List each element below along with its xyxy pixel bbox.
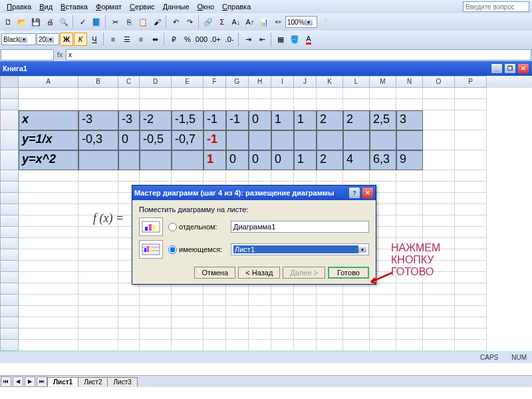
copy-icon[interactable]: ⎘ [122,15,136,29]
cell[interactable] [423,130,455,150]
cell[interactable] [226,283,249,295]
cell[interactable] [294,283,317,295]
data-cell[interactable] [343,130,370,150]
data-cell[interactable] [294,130,317,150]
data-cell[interactable]: 1 [271,110,294,130]
menu-Данные[interactable]: Данные [159,1,194,12]
data-cell[interactable] [370,130,396,150]
cell[interactable] [78,227,118,238]
data-cell[interactable]: 0 [249,150,271,170]
drawing-icon[interactable]: ✏ [271,15,285,29]
cell[interactable] [423,283,455,295]
cell[interactable] [455,170,487,182]
cell[interactable] [78,249,118,261]
cell[interactable] [19,238,78,249]
cell[interactable] [423,88,455,99]
cell[interactable] [370,170,396,182]
dialog-close-button[interactable]: ✕ [362,187,374,199]
cell[interactable] [226,99,249,110]
cell[interactable] [423,110,455,130]
cell[interactable] [396,295,423,306]
cell[interactable] [19,272,78,283]
row-header[interactable] [0,150,19,170]
redo-icon[interactable]: ↷ [183,15,196,29]
cell[interactable] [172,329,203,340]
row-header[interactable] [0,238,19,249]
col-header-P[interactable]: P [455,76,487,88]
row-header[interactable] [0,272,19,283]
cell[interactable] [271,306,294,317]
help-question-input[interactable] [463,1,529,12]
cut-icon[interactable]: ✂ [108,15,122,29]
cell[interactable] [455,110,487,130]
cell[interactable] [226,88,249,99]
col-header-G[interactable]: G [226,76,249,88]
cell[interactable] [203,99,226,110]
cell[interactable] [396,317,423,329]
sort-asc-icon[interactable]: A↓ [229,15,243,29]
cell[interactable] [172,283,203,295]
dialog-help-button[interactable]: ? [348,187,360,199]
cell[interactable] [343,329,370,340]
cell[interactable] [396,340,423,351]
cell[interactable] [271,99,294,110]
open-icon[interactable]: 📂 [15,15,29,29]
cell[interactable] [19,215,78,227]
formatpainter-icon[interactable]: 🖌 [150,15,164,29]
cell[interactable] [343,283,370,295]
cell[interactable] [19,329,78,340]
cell[interactable] [249,295,271,306]
cell[interactable] [271,317,294,329]
data-cell[interactable]: 2 [343,110,370,130]
row-header[interactable] [0,215,19,227]
sheet-tab-Лист1[interactable]: Лист1 [47,377,78,386]
cell[interactable] [396,227,423,238]
cell[interactable] [343,317,370,329]
cell[interactable] [118,329,140,340]
sum-icon[interactable]: Σ [215,15,229,29]
col-header-I[interactable]: I [271,76,294,88]
fx-icon[interactable]: fx [55,51,65,59]
data-cell[interactable]: -3 [78,110,118,130]
cell[interactable] [455,261,487,272]
tab-nav-first[interactable]: ⏮ [1,376,11,387]
cell[interactable] [455,249,487,261]
cell[interactable] [271,340,294,351]
cell[interactable] [317,329,343,340]
cell[interactable] [78,295,118,306]
cell[interactable] [140,283,172,295]
align-center-icon[interactable]: ☰ [120,33,134,46]
row-header[interactable] [0,130,19,150]
cell[interactable] [294,306,317,317]
cell[interactable] [203,329,226,340]
cell[interactable] [455,204,487,215]
cell[interactable] [370,88,396,99]
cell[interactable] [423,99,455,110]
cell[interactable] [78,340,118,351]
data-cell[interactable]: 0 [118,130,140,150]
tab-nav-last[interactable]: ⏭ [37,376,47,387]
cell[interactable] [203,295,226,306]
cell[interactable] [172,99,203,110]
menu-Справка[interactable]: Справка [218,1,255,12]
cell[interactable] [118,88,140,99]
cell[interactable] [78,170,118,182]
col-header-O[interactable]: O [423,76,455,88]
cell[interactable] [78,261,118,272]
tab-nav-prev[interactable]: ◀ [13,376,23,387]
row-header[interactable] [0,329,19,340]
cell[interactable] [343,170,370,182]
cell[interactable] [396,204,423,215]
cell[interactable] [271,295,294,306]
col-header-E[interactable]: E [172,76,203,88]
cell[interactable] [423,215,455,227]
cell[interactable] [172,295,203,306]
row-header[interactable] [0,204,19,215]
cell[interactable] [423,329,455,340]
cell[interactable] [455,306,487,317]
cell[interactable] [423,204,455,215]
cell[interactable] [396,329,423,340]
cell[interactable] [172,306,203,317]
sheet-tab-Лист3[interactable]: Лист3 [107,377,137,386]
cell[interactable] [396,193,423,204]
